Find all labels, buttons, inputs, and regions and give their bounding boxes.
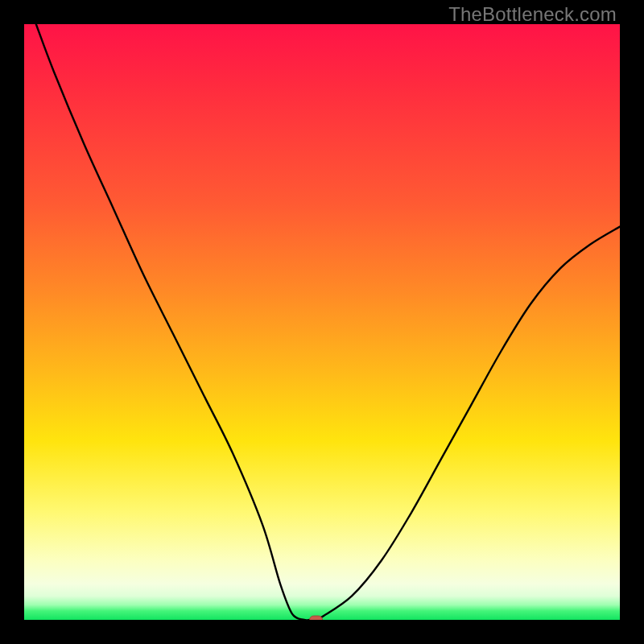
- watermark-text: TheBottleneck.com: [448, 3, 617, 26]
- plot-area: [24, 24, 620, 620]
- chart-frame: TheBottleneck.com: [0, 0, 644, 644]
- bottleneck-curve: [24, 24, 620, 620]
- minimum-marker: [310, 616, 323, 620]
- curve-path: [36, 24, 620, 620]
